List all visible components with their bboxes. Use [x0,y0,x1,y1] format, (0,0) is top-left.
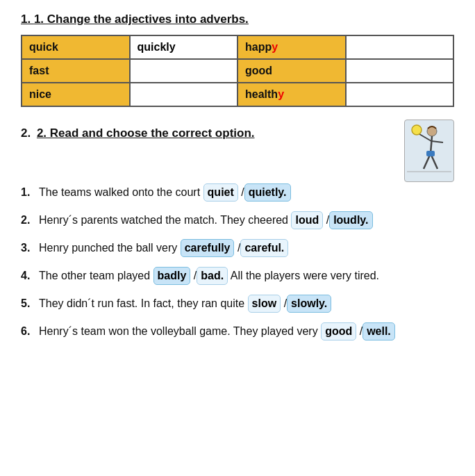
list-num: 3. [21,240,39,256]
sentence-text: The teams walked onto the court quiet /q… [39,183,454,202]
list-item: 5. They didn´t run fast. In fact, they r… [21,295,454,313]
adjectives-table: quick quickly happy fast good nice healt… [21,35,454,107]
adj-cell: healthy [238,83,346,106]
adv-input[interactable] [346,83,454,106]
svg-rect-9 [426,151,435,156]
list-num: 1. [21,184,39,201]
section2-title: 2. 2. Read and choose the correct option… [21,126,255,140]
sentences-list: 1. The teams walked onto the court quiet… [21,183,454,340]
svg-point-8 [412,125,422,135]
option-chip[interactable]: good [321,322,356,340]
adj-cell: quick [22,35,130,59]
list-num: 4. [21,268,39,284]
option-chip-selected[interactable]: slowly. [287,295,331,313]
table-row: fast good [22,59,453,83]
option-chip[interactable]: slow [248,295,281,313]
option-chip-selected[interactable]: carefully [181,239,235,257]
list-item: 6. Henry´s team won the volleyball game.… [21,322,454,340]
list-num: 6. [21,323,39,340]
adv-input[interactable] [346,59,454,83]
volleyball-illustration [404,120,454,182]
adj-cell: happy [238,35,346,59]
list-num: 5. [21,295,39,312]
option-chip[interactable]: bad. [197,267,228,285]
adv-input[interactable] [130,59,238,83]
list-num: 2. [21,212,39,229]
option-chip[interactable]: loud [291,211,323,229]
option-chip-selected[interactable]: badly [153,267,191,285]
option-chip-selected[interactable]: loudly. [329,211,372,229]
list-item: 3. Henry punched the ball very carefully… [21,239,454,257]
section2: 2. 2. Read and choose the correct option… [21,126,454,340]
sentence-text: The other team played badly /bad. All th… [39,267,454,285]
section1: 1. 1. Change the adjectives into adverbs… [21,13,454,107]
option-chip[interactable]: careful. [240,239,288,257]
sentence-text: Henry´s parents watched the match. They … [39,211,454,229]
option-chip-selected[interactable]: quietly. [244,183,291,202]
list-item: 1. The teams walked onto the court quiet… [21,183,454,202]
adv-input[interactable]: quickly [130,35,238,59]
adv-input[interactable] [346,35,454,59]
adj-cell: fast [22,59,130,83]
option-chip-selected[interactable]: well. [362,322,395,340]
list-item: 2. Henry´s parents watched the match. Th… [21,211,454,229]
sentence-text: Henry´s team won the volleyball game. Th… [39,322,454,340]
adv-input[interactable] [130,83,238,106]
adj-cell: good [238,59,346,83]
adj-cell: nice [22,83,130,106]
section1-title: 1. 1. Change the adjectives into adverbs… [21,13,454,26]
option-chip[interactable]: quiet [203,183,238,202]
illustration-svg [407,122,451,180]
table-row: quick quickly happy [22,35,453,59]
section2-header: 2. 2. Read and choose the correct option… [21,126,454,182]
table-row: nice healthy [22,83,453,106]
sentence-text: They didn´t run fast. In fact, they ran … [39,295,454,313]
list-item: 4. The other team played badly /bad. All… [21,267,454,285]
section1-number: 1. [21,13,34,26]
sentence-text: Henry punched the ball very carefully /c… [39,239,454,257]
